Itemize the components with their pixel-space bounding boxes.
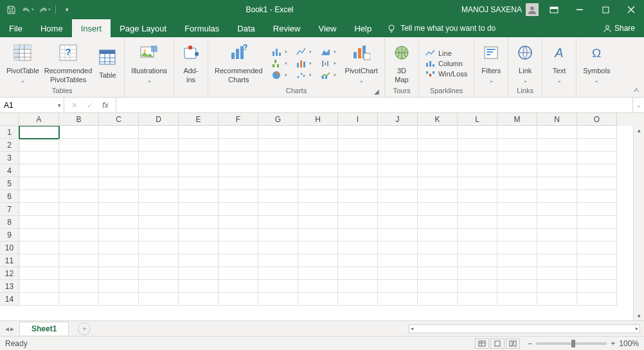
- cell[interactable]: [139, 229, 179, 241]
- cell[interactable]: [458, 126, 497, 139]
- cell[interactable]: [537, 152, 577, 164]
- cell[interactable]: [258, 164, 298, 177]
- zoom-in-button[interactable]: +: [611, 339, 615, 348]
- cell[interactable]: [179, 229, 219, 241]
- cell[interactable]: [258, 203, 298, 216]
- cell[interactable]: [219, 267, 258, 280]
- cell[interactable]: [139, 152, 179, 164]
- cell[interactable]: [537, 241, 577, 254]
- cell[interactable]: [497, 241, 537, 254]
- cell[interactable]: [577, 190, 617, 203]
- col-header[interactable]: M: [497, 113, 537, 126]
- tab-file[interactable]: File: [0, 19, 31, 37]
- cell[interactable]: [458, 164, 497, 177]
- cell[interactable]: [338, 254, 378, 267]
- cell[interactable]: [338, 280, 378, 293]
- cell[interactable]: [378, 203, 418, 216]
- cell[interactable]: [497, 190, 537, 203]
- pie-chart-button[interactable]: ▾: [269, 70, 290, 80]
- cell[interactable]: [497, 203, 537, 216]
- cell[interactable]: [179, 267, 219, 280]
- col-header[interactable]: L: [458, 113, 497, 126]
- cell[interactable]: [298, 241, 338, 254]
- cell[interactable]: [298, 203, 338, 216]
- cell[interactable]: [298, 164, 338, 177]
- statistic-chart-button[interactable]: ▾: [294, 58, 314, 69]
- cell[interactable]: [418, 293, 458, 306]
- cell[interactable]: [418, 254, 458, 267]
- cell[interactable]: [458, 139, 497, 152]
- cell[interactable]: [139, 190, 179, 203]
- cell[interactable]: [537, 267, 577, 280]
- cell[interactable]: [378, 152, 418, 164]
- cell[interactable]: [338, 190, 378, 203]
- cell[interactable]: [338, 229, 378, 241]
- cell[interactable]: [458, 229, 497, 241]
- page-break-view-button[interactable]: [506, 338, 520, 349]
- cell[interactable]: [179, 139, 219, 152]
- cell[interactable]: [59, 126, 99, 139]
- cell[interactable]: [338, 164, 378, 177]
- map-chart-button[interactable]: ▾: [318, 47, 339, 57]
- cell[interactable]: [19, 254, 59, 267]
- tab-formulas[interactable]: Formulas: [175, 19, 228, 37]
- cell[interactable]: [19, 152, 59, 164]
- tab-insert[interactable]: Insert: [72, 19, 111, 37]
- vertical-scrollbar[interactable]: ▴▾: [633, 126, 644, 320]
- cell[interactable]: [179, 190, 219, 203]
- customize-qat-button[interactable]: ▾: [60, 3, 74, 17]
- cell[interactable]: [338, 216, 378, 229]
- link-button[interactable]: Link⌄: [512, 41, 538, 85]
- cell[interactable]: [577, 293, 617, 306]
- cell[interactable]: [139, 241, 179, 254]
- row-header[interactable]: 9: [0, 229, 19, 241]
- cell[interactable]: [378, 293, 418, 306]
- row-header[interactable]: 12: [0, 267, 19, 280]
- cell[interactable]: [458, 280, 497, 293]
- cell[interactable]: [458, 152, 497, 164]
- cell[interactable]: [418, 229, 458, 241]
- cell[interactable]: [497, 126, 537, 139]
- cell[interactable]: [219, 177, 258, 190]
- cell[interactable]: [19, 139, 59, 152]
- sparkline-line-button[interactable]: Line: [423, 49, 470, 58]
- col-header[interactable]: E: [179, 113, 219, 126]
- cell[interactable]: [418, 241, 458, 254]
- cell[interactable]: [19, 203, 59, 216]
- cell[interactable]: [338, 126, 378, 139]
- cell[interactable]: [139, 177, 179, 190]
- cell[interactable]: [577, 126, 617, 139]
- enter-formula-button[interactable]: ✓: [82, 101, 98, 110]
- collapse-ribbon-button[interactable]: ㅅ: [632, 85, 640, 96]
- cell[interactable]: [99, 254, 139, 267]
- cell[interactable]: [179, 280, 219, 293]
- cell[interactable]: [258, 152, 298, 164]
- cell[interactable]: [219, 241, 258, 254]
- pivottable-button[interactable]: PivotTable⌄: [4, 41, 42, 85]
- row-header[interactable]: 8: [0, 216, 19, 229]
- row-header[interactable]: 2: [0, 139, 19, 152]
- cell[interactable]: [219, 152, 258, 164]
- ribbon-display-button[interactable]: [541, 0, 567, 19]
- row-header[interactable]: 14: [0, 293, 19, 306]
- share-button[interactable]: Share: [594, 19, 644, 37]
- cell[interactable]: [577, 152, 617, 164]
- col-header[interactable]: D: [139, 113, 179, 126]
- cell[interactable]: [139, 216, 179, 229]
- cell[interactable]: [219, 126, 258, 139]
- cell[interactable]: [219, 254, 258, 267]
- cell[interactable]: [179, 152, 219, 164]
- tab-home[interactable]: Home: [31, 19, 72, 37]
- cell[interactable]: [497, 152, 537, 164]
- cell[interactable]: [537, 293, 577, 306]
- hierarchy-chart-button[interactable]: ▾: [269, 58, 290, 69]
- col-header[interactable]: A: [19, 113, 59, 126]
- cell[interactable]: [298, 254, 338, 267]
- cell[interactable]: [378, 241, 418, 254]
- row-header[interactable]: 7: [0, 203, 19, 216]
- select-all-corner[interactable]: [0, 113, 19, 126]
- cell[interactable]: [338, 267, 378, 280]
- col-header[interactable]: C: [99, 113, 139, 126]
- recommended-charts-button[interactable]: ? Recommended Charts: [212, 41, 265, 85]
- cell[interactable]: [19, 126, 59, 139]
